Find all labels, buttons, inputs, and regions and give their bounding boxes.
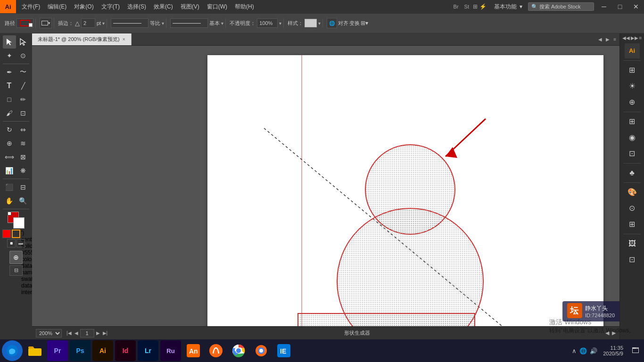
taskbar-lightroom[interactable]: Lr xyxy=(138,340,158,361)
canvas-page[interactable] xyxy=(207,55,603,326)
grid-icon[interactable]: ⊞ xyxy=(473,3,478,10)
taskbar-firefox[interactable] xyxy=(251,340,272,361)
opacity-input[interactable] xyxy=(257,18,278,28)
lasso-tool[interactable]: ⊙ xyxy=(17,49,30,62)
gradient-icon[interactable]: ▬ xyxy=(17,239,25,247)
shape-select[interactable]: ▾ xyxy=(40,18,52,28)
select-tool[interactable] xyxy=(3,35,16,49)
sync-icon[interactable]: ⚡ xyxy=(479,3,487,10)
extra-btn[interactable]: ⊞▾ xyxy=(361,20,368,26)
taskbar-chrome[interactable] xyxy=(228,340,249,361)
magic-wand-tool[interactable]: ✦ xyxy=(3,49,16,62)
right-tool-9[interactable]: ⊙ xyxy=(625,201,640,216)
menu-file[interactable]: 文件(F) xyxy=(18,0,44,13)
free-transform[interactable]: ⊠ xyxy=(17,150,30,164)
right-tool-12[interactable]: ⊡ xyxy=(625,252,640,267)
next-page-btn[interactable]: ▶ xyxy=(95,330,101,336)
hand-tool[interactable]: ✋ xyxy=(3,194,16,207)
transform-btn[interactable]: 变换 xyxy=(349,20,360,27)
color-indicator[interactable] xyxy=(8,212,25,229)
stroke1-dropdown[interactable]: ▾ xyxy=(162,21,164,26)
taskbar-animate[interactable]: An xyxy=(183,340,204,361)
maximize-button[interactable]: □ xyxy=(612,0,628,13)
type-tool[interactable]: T xyxy=(3,79,16,92)
tray-arrow[interactable]: ∧ xyxy=(572,347,577,354)
menu-object[interactable]: 对象(O) xyxy=(70,0,97,13)
br-icon[interactable]: Br xyxy=(452,3,461,10)
right-tool-6[interactable]: ⊡ xyxy=(625,146,640,161)
zoom-tool[interactable]: 🔍 xyxy=(17,194,30,207)
workspace-chevron[interactable]: ▾ xyxy=(520,3,522,10)
right-tool-11[interactable]: 🖼 xyxy=(625,236,640,251)
minimize-button[interactable]: ─ xyxy=(596,0,612,13)
opacity-chevron[interactable]: ▾ xyxy=(279,21,281,26)
blob-tool[interactable]: ⊡ xyxy=(17,107,30,120)
right-tool-3[interactable]: ⊕ xyxy=(625,95,640,110)
right-tool-4[interactable]: ⊞ xyxy=(625,114,640,129)
normal-icon[interactable]: ■ xyxy=(7,239,16,247)
clock-display[interactable]: 11:35 2020/5/9 xyxy=(599,345,627,356)
stroke-preview[interactable] xyxy=(17,18,33,28)
paintbrush-tool[interactable]: 🖌 xyxy=(3,107,16,120)
right-tool-1[interactable]: ⊞ xyxy=(625,63,640,78)
taskbar-folder[interactable] xyxy=(25,340,45,361)
doc-tab[interactable]: 未标题-1* @ 200% (RGB/像素预览) × xyxy=(32,33,132,45)
menu-help[interactable]: 帮助(H) xyxy=(231,0,258,13)
rect-tool[interactable]: □ xyxy=(3,93,16,106)
first-page-btn[interactable]: |◀ xyxy=(66,330,73,336)
rotate-tool[interactable]: ↻ xyxy=(3,123,16,136)
tab-menu[interactable]: ≡ xyxy=(612,37,618,42)
doc-tab-close[interactable]: × xyxy=(123,37,125,42)
taskbar-edge[interactable] xyxy=(2,340,23,361)
close-button[interactable]: ✕ xyxy=(628,0,644,13)
direct-select-tool[interactable] xyxy=(17,35,30,49)
tab-right[interactable]: ▶ xyxy=(604,37,611,42)
style-swatch[interactable] xyxy=(305,19,317,27)
panel-menu[interactable]: ≡ xyxy=(639,35,642,41)
tray-volume[interactable]: 🔊 xyxy=(590,347,597,354)
menu-select[interactable]: 选择(S) xyxy=(124,0,150,13)
st-icon[interactable]: St xyxy=(462,3,471,10)
tray-network[interactable]: 🌐 xyxy=(579,347,587,354)
menu-edit[interactable]: 编辑(E) xyxy=(44,0,70,13)
pen-tool[interactable]: ✒ xyxy=(3,66,16,79)
notification-btn[interactable]: 🗔 xyxy=(629,346,642,355)
panel-collapse-right[interactable]: ▶▶ xyxy=(631,35,638,41)
align-btn[interactable]: 对齐 xyxy=(338,20,348,27)
right-tool-7[interactable]: ♣ xyxy=(625,165,640,181)
taskbar-photoshop[interactable]: Ps xyxy=(70,340,91,361)
symbol-tool[interactable]: ❋ xyxy=(17,164,30,177)
tab-left[interactable]: ◀ xyxy=(597,37,603,42)
last-page-btn[interactable]: ▶| xyxy=(102,330,109,336)
artboard-tool[interactable]: ⊟ xyxy=(17,181,30,194)
panel-collapse-left[interactable]: ◀◀ xyxy=(622,35,630,41)
world-btn[interactable]: 🌐 xyxy=(327,18,337,28)
scale-tool[interactable]: ⊕ xyxy=(3,137,16,150)
stroke-line-1[interactable] xyxy=(111,18,149,28)
zoom-select[interactable]: 200% 100% 75% 50% xyxy=(36,329,62,337)
line-tool[interactable]: ╱ xyxy=(17,79,30,92)
prev-page-btn[interactable]: ◀ xyxy=(74,330,79,336)
curvature-tool[interactable]: 〜 xyxy=(17,66,30,79)
right-tool-2[interactable]: ☀ xyxy=(625,79,640,94)
taskbar-illustrator[interactable]: Ai xyxy=(92,340,113,361)
right-tool-5[interactable]: ◉ xyxy=(625,130,640,145)
warp-tool[interactable]: ≋ xyxy=(17,137,30,150)
reflect-tool[interactable]: ⇔ xyxy=(17,123,30,136)
right-tool-10[interactable]: ⊞ xyxy=(625,217,640,232)
menu-view[interactable]: 视图(V) xyxy=(177,0,203,13)
pencil-tool[interactable]: ✏ xyxy=(17,93,30,106)
stroke-line-2[interactable] xyxy=(170,18,208,28)
right-ai-icon[interactable]: Ai xyxy=(625,43,640,58)
menu-window[interactable]: 窗口(W) xyxy=(203,0,231,13)
shape-builder-tool-active[interactable]: ⊕ xyxy=(9,251,23,264)
right-tool-8[interactable]: 🎨 xyxy=(625,185,640,200)
taskbar-indesign[interactable]: Id xyxy=(115,340,136,361)
taskbar-explorer[interactable]: IE xyxy=(273,340,294,361)
stroke-swatch[interactable] xyxy=(12,230,20,238)
artboard-btn[interactable]: ⊟ xyxy=(9,265,23,276)
taskbar-premiere[interactable]: Pr xyxy=(47,340,68,361)
graph-tool[interactable]: 📊 xyxy=(3,164,16,177)
taskbar-animate2[interactable] xyxy=(206,340,226,361)
taskbar-rush[interactable]: Ru xyxy=(160,340,181,361)
